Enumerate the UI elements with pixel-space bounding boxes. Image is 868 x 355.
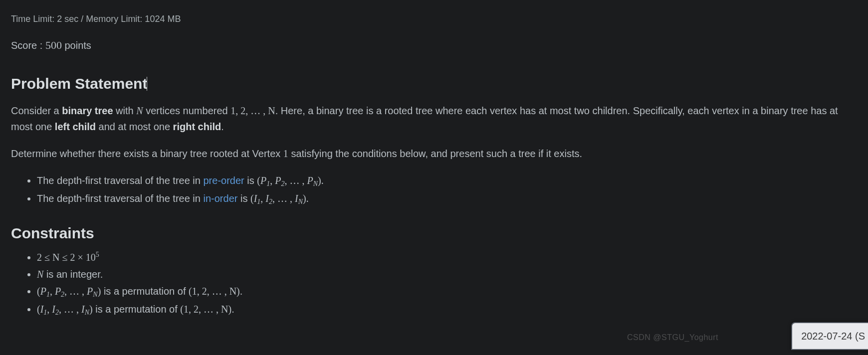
k2-tail: is an integer. <box>43 269 103 280</box>
p1-t1: Consider a <box>11 105 62 116</box>
link-preorder[interactable]: pre-order <box>204 175 244 186</box>
k2-N: N <box>37 269 43 280</box>
k4-set: (1, 2, … , N) <box>180 304 231 315</box>
k3-set: (1, 2, … , N) <box>189 286 240 297</box>
c1-pre: The depth-first traversal of the tree in <box>37 175 204 186</box>
k4-end: . <box>231 304 234 315</box>
constraint-perm-P: (P1, P2, … , PN) is a permutation of (1,… <box>37 283 857 300</box>
c1-seq: (P1, P2, … , PN). <box>257 175 323 186</box>
p1-t2: with <box>113 105 137 116</box>
link-inorder[interactable]: in-order <box>204 193 238 204</box>
constraints-list: 2 ≤ N ≤ 2 × 105 N is an integer. (P1, P2… <box>26 249 857 318</box>
c2-mid: is <box>237 193 250 204</box>
p1-t5: and at most one <box>96 121 173 132</box>
k4-mid: is a permutation of <box>93 304 181 315</box>
problem-document: Time Limit: 2 sec / Memory Limit: 1024 M… <box>0 0 868 318</box>
heading-constraints: Constraints <box>11 221 857 245</box>
p1-binary-tree: binary tree <box>62 105 113 116</box>
c2-seq: (I1, I2, … , IN). <box>250 193 309 204</box>
constraint-range: 2 ≤ N ≤ 2 × 105 <box>37 249 857 265</box>
p1-math-N: N <box>136 105 143 116</box>
k3-end: . <box>240 286 243 297</box>
p1-right-child: right child <box>173 121 221 132</box>
c2-pre: The depth-first traversal of the tree in <box>37 193 204 204</box>
k3-seq: (P1, P2, … , PN) <box>37 286 101 297</box>
time-memory-limits: Time Limit: 2 sec / Memory Limit: 1024 M… <box>11 12 857 26</box>
watermark-csdn: CSDN @STGU_Yoghurt <box>627 331 718 344</box>
c1-mid: is <box>244 175 257 186</box>
p2-math-1: 1 <box>283 148 288 159</box>
constraint-integer: N is an integer. <box>37 266 857 282</box>
p2-t2: satisfying the conditions below, and pre… <box>288 148 582 159</box>
k4-seq: (I1, I2, … , IN) <box>37 304 93 315</box>
score-suffix: points <box>62 40 91 51</box>
text-cursor <box>147 77 147 91</box>
score-prefix: Score : <box>11 40 45 51</box>
p1-math-list: 1, 2, … , N <box>230 105 275 116</box>
constraint-perm-I: (I1, I2, … , IN) is a permutation of (1,… <box>37 301 857 318</box>
k3-mid: is a permutation of <box>101 286 189 297</box>
k1-exp: 5 <box>96 251 99 258</box>
conditions-list: The depth-first traversal of the tree in… <box>26 173 857 207</box>
p1-t6: . <box>221 121 224 132</box>
paragraph-1: Consider a binary tree with N vertices n… <box>11 103 857 135</box>
p2-t1: Determine whether there exists a binary … <box>11 148 283 159</box>
score-line: Score : 500 points <box>11 36 857 54</box>
p1-left-child: left child <box>55 121 96 132</box>
k1-main: 2 ≤ N ≤ 2 × 10 <box>37 252 96 263</box>
heading-problem-statement: Problem Statement <box>11 72 857 96</box>
heading-problem-text: Problem Statement <box>11 75 147 92</box>
date-badge: 2022-07-24 (S <box>791 322 868 350</box>
paragraph-2: Determine whether there exists a binary … <box>11 146 857 162</box>
condition-inorder: The depth-first traversal of the tree in… <box>37 190 857 207</box>
p1-t3: vertices numbered <box>143 105 231 116</box>
score-value: 500 <box>45 39 62 51</box>
condition-preorder: The depth-first traversal of the tree in… <box>37 173 857 189</box>
